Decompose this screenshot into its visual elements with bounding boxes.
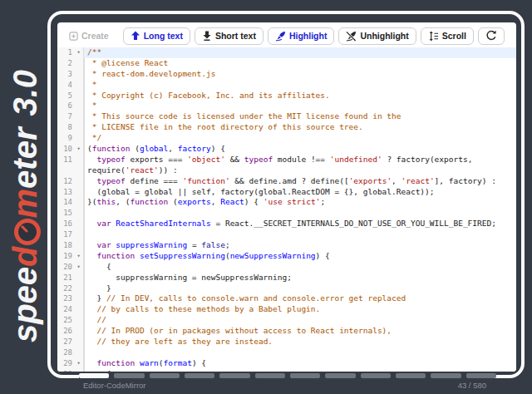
logo-text-spee: spee: [7, 267, 44, 342]
fold-gutter: [74, 80, 84, 91]
line-number: 26: [57, 326, 74, 337]
code-line[interactable]: 25 //: [57, 315, 516, 326]
code-text: require('react')) :: [84, 165, 516, 176]
fold-arrow-icon[interactable]: ▾: [74, 144, 84, 155]
code-rows: 1▾/**2 * @license React3 * react-dom.dev…: [57, 47, 516, 372]
long-text-button[interactable]: Long text: [123, 27, 190, 45]
code-text: [84, 347, 516, 358]
code-line[interactable]: 17: [57, 229, 516, 240]
code-line[interactable]: 7 * This source code is licensed under t…: [57, 111, 516, 122]
code-line[interactable]: 19▾ function setSuppressWarning(newSuppr…: [57, 251, 516, 262]
code-line[interactable]: 28: [57, 347, 516, 358]
fold-arrow-icon[interactable]: ▾: [74, 251, 84, 262]
fold-gutter: [74, 155, 84, 165]
line-number: 27: [57, 337, 74, 347]
code-line[interactable]: 20▾ {: [57, 262, 516, 273]
code-line[interactable]: 12 typeof define === 'function' && defin…: [57, 176, 516, 187]
code-line[interactable]: 15: [57, 208, 516, 219]
highlight-button[interactable]: Highlight: [268, 27, 335, 45]
test-iframe: Create Long text Short text: [57, 22, 516, 372]
code-line[interactable]: 29▾ function warn(format) {: [57, 358, 516, 369]
progress-segment: [396, 373, 426, 378]
code-line[interactable]: 13 (global = global || self, factory(glo…: [57, 187, 516, 198]
code-line[interactable]: 23 } // In DEV, calls to console.warn an…: [57, 293, 516, 304]
progress-count: 43 / 580: [458, 381, 486, 390]
button-label: Create: [81, 31, 109, 41]
progress-segment: [361, 373, 391, 378]
line-number: 17: [57, 229, 74, 240]
code-line[interactable]: 5 * Copyright (c) Facebook, Inc. and its…: [57, 91, 516, 101]
code-line[interactable]: 30▾ {: [57, 369, 516, 372]
progress-segment: [150, 373, 180, 378]
code-line[interactable]: 18 var suppressWarning = false;: [57, 240, 516, 251]
fold-gutter: [74, 337, 84, 347]
fold-gutter: [74, 69, 84, 80]
fold-gutter: [74, 187, 84, 198]
code-line[interactable]: require('react')) :: [57, 165, 516, 176]
fold-arrow-icon[interactable]: ▾: [74, 47, 84, 58]
code-line[interactable]: 1▾/**: [57, 47, 516, 58]
codemirror-editor[interactable]: 1▾/**2 * @license React3 * react-dom.dev…: [57, 47, 516, 372]
code-text: }: [84, 283, 516, 294]
line-number: 23: [57, 293, 74, 304]
progress-segment: [114, 373, 144, 378]
create-button[interactable]: Create: [62, 27, 116, 45]
code-line[interactable]: 16 var ReactSharedInternals = React.__SE…: [57, 219, 516, 229]
progress-segment: [290, 373, 320, 378]
code-line[interactable]: 14}(this, (function (exports, React) { '…: [57, 197, 516, 208]
fold-gutter: [74, 219, 84, 229]
line-number: 3: [57, 69, 74, 80]
reload-button[interactable]: [478, 27, 505, 45]
line-number: 8: [57, 122, 74, 133]
unhighlight-button[interactable]: Unhighlight: [338, 27, 416, 45]
line-number: 29: [57, 358, 74, 369]
code-line[interactable]: 22 }: [57, 283, 516, 294]
code-line[interactable]: 3 * react-dom.development.js: [57, 69, 516, 80]
fold-gutter: [74, 304, 84, 315]
fold-arrow-icon[interactable]: ▾: [74, 358, 84, 369]
code-line[interactable]: 9 */: [57, 133, 516, 144]
code-line[interactable]: 10▾(function (global, factory) {: [57, 144, 516, 155]
code-line[interactable]: 21 suppressWarning = newSuppressWarning;: [57, 273, 516, 283]
code-line[interactable]: 24 // by calls to these methods by a Bab…: [57, 304, 516, 315]
fold-gutter: [74, 58, 84, 69]
progress-segment: [79, 373, 109, 378]
logo-text-m: m: [7, 189, 44, 219]
pen-slash-icon: [346, 31, 357, 42]
progress-segment: [325, 373, 355, 378]
line-number: 12: [57, 176, 74, 187]
line-number: 9: [57, 133, 74, 144]
line-number: 20: [57, 262, 74, 273]
code-text: /**: [84, 47, 516, 58]
short-text-button[interactable]: Short text: [195, 27, 264, 45]
line-number: 14: [57, 197, 74, 208]
code-line[interactable]: 8 * LICENSE file in the root directory o…: [57, 122, 516, 133]
code-text: (global = global || self, factory(global…: [84, 187, 516, 198]
code-text: function warn(format) {: [84, 358, 516, 369]
fold-arrow-icon[interactable]: ▾: [74, 262, 84, 273]
fold-gutter: [74, 273, 84, 283]
speedometer-gauge-icon: [14, 219, 41, 245]
fold-gutter: [74, 283, 84, 294]
code-text: function setSuppressWarning(newSuppressW…: [84, 251, 516, 262]
fold-arrow-icon[interactable]: ▾: [74, 369, 84, 372]
logo-text-eter: eter: [7, 128, 44, 189]
progress-segment: [219, 373, 249, 378]
code-line[interactable]: 11 typeof exports === 'object' && typeof…: [57, 155, 516, 165]
scroll-button[interactable]: Scroll: [421, 27, 474, 45]
line-number: 2: [57, 58, 74, 69]
fold-gutter: [74, 293, 84, 304]
fold-gutter: [74, 133, 84, 144]
code-line[interactable]: 26 // In PROD (or in packages without ac…: [57, 326, 516, 337]
fold-gutter: [74, 197, 84, 208]
line-number: 11: [57, 155, 74, 165]
code-line[interactable]: 27 // they are left as they are instead.: [57, 337, 516, 347]
button-label: Highlight: [289, 31, 328, 41]
code-text: * @license React: [84, 58, 516, 69]
fold-gutter: [74, 101, 84, 111]
code-line[interactable]: 6 *: [57, 101, 516, 111]
code-line[interactable]: 4 *: [57, 80, 516, 91]
code-line[interactable]: 2 * @license React: [57, 58, 516, 69]
code-text: {: [84, 262, 516, 273]
code-text: * This source code is licensed under the…: [84, 111, 516, 122]
